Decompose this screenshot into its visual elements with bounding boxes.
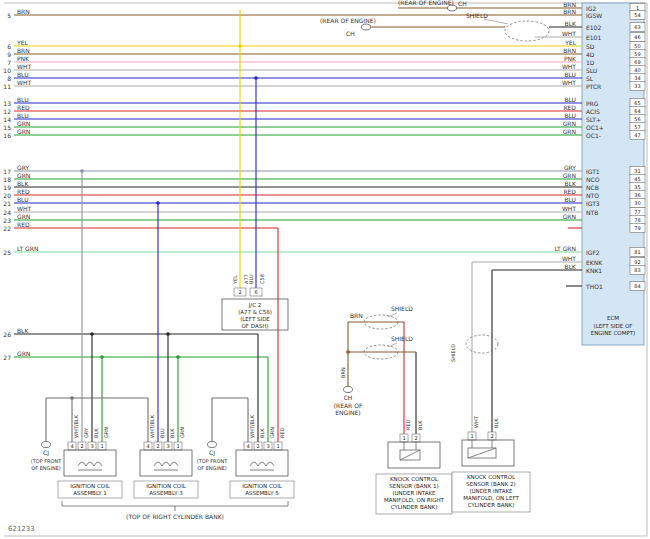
bank-label: (TOP OF RIGHT CYLINDER BANK) xyxy=(126,513,224,520)
ecm-signal-label: NCO xyxy=(586,176,600,183)
wire-color-label: BLK xyxy=(169,428,175,438)
sensor-box xyxy=(388,442,440,468)
shield-ellipse xyxy=(466,335,498,353)
sensor-pin-number: 1 xyxy=(402,435,405,441)
ecm-signal-label: IGF2 xyxy=(586,249,600,256)
ecm-pin-number: 56 xyxy=(634,116,640,122)
ecm-pin-number: 79 xyxy=(634,225,640,231)
wire-row: 27 GRN xyxy=(3,350,268,361)
junction-dot xyxy=(176,355,180,359)
shield-label: SHIELD xyxy=(450,344,456,362)
wire-row: 24 WHT WHT 77 NTB xyxy=(3,205,645,217)
wire-row: 20 RED RED 36 NTO xyxy=(3,188,645,200)
piezo-diagonal xyxy=(400,450,420,460)
coil-pin-number: 4 xyxy=(70,443,73,449)
ecm-signal-label: E101 xyxy=(586,34,601,41)
wire-color-label: BLU xyxy=(17,71,29,78)
ecm-pin-number: 69 xyxy=(634,59,640,65)
left-pin-number: 12 xyxy=(3,108,11,115)
wire-color-label: BRN xyxy=(563,1,576,8)
shield-pointer xyxy=(388,343,397,347)
ecm-pin-number: 54 xyxy=(634,12,640,18)
wire-color-label: GRN xyxy=(17,350,30,357)
jc2-label: OF DASH) xyxy=(242,323,269,329)
cj-connector-2: CJ (TOP FRONT OF ENGINE) xyxy=(197,398,248,471)
left-pin-number: 18 xyxy=(3,176,11,183)
wire-color-label: YEL xyxy=(564,39,576,46)
wire-color-label: GRN xyxy=(563,120,576,127)
ecm-pin-number: 46 xyxy=(634,34,640,40)
wire-row: 19 BLK BLK 35 NCB xyxy=(3,180,645,192)
wire-row: 9 BRN BRN 59 4D xyxy=(7,47,645,59)
wire-color-label: BLU xyxy=(17,112,29,119)
coil-symbol xyxy=(78,462,102,470)
wire-row: 25 LT GRN LT GRN 81 IGF2 xyxy=(3,245,645,257)
ecm-pin-number: 30 xyxy=(634,200,640,206)
wire-color-label: YEL xyxy=(16,39,28,46)
wire-color-label: BLU xyxy=(564,96,576,103)
coil-box xyxy=(236,450,288,476)
shield-label: SHIELD xyxy=(466,12,488,19)
coil-name: IGNITION COIL xyxy=(146,483,187,489)
connector-ch-icon xyxy=(344,387,353,393)
ecm-label: ECM xyxy=(607,315,619,321)
left-pin-number: 15 xyxy=(3,124,11,131)
ecm-pin-number: 77 xyxy=(634,209,640,215)
left-pin-number: 25 xyxy=(3,249,11,256)
ecm-pin-number: 50 xyxy=(634,43,640,49)
coil-pin-number: 1 xyxy=(176,443,179,449)
wire-color-label: WHT xyxy=(17,79,31,86)
wire-color-label: PNK xyxy=(17,55,30,62)
ecm-pin-number: 34 xyxy=(634,75,640,81)
sensor-name: KNOCK CONTROL xyxy=(467,474,516,480)
rear-of-engine-label: (REAR OF ENGINE) xyxy=(320,17,376,24)
wire-color-label: BLK xyxy=(259,428,265,438)
connector-ch-icon xyxy=(362,24,371,30)
left-pin-number: 26 xyxy=(3,331,11,338)
left-pin-number: 9 xyxy=(7,51,11,58)
junction-dot xyxy=(254,76,258,80)
shield-pointer xyxy=(388,313,397,317)
cj-location-label: (TOP FRONT xyxy=(31,458,63,464)
left-pin-number: 17 xyxy=(3,168,11,175)
wire-color-label: GRY xyxy=(17,164,29,171)
junction-dot xyxy=(80,169,84,173)
shield-pointer xyxy=(484,19,508,24)
wire-color-label: RED xyxy=(17,104,30,111)
left-pin-number: 10 xyxy=(3,67,11,74)
cj-connector-label: CJ xyxy=(43,449,49,457)
junction-dot xyxy=(100,355,104,359)
wire-row: 10 WHT WHT 40 SLU xyxy=(3,63,645,75)
cj-connector-label: CJ xyxy=(209,449,215,457)
ecm-signal-label: SLT+ xyxy=(586,116,601,123)
ecm-pin-number: 83 xyxy=(634,267,640,273)
sensor-name: CYLINDER BANK) xyxy=(468,502,515,508)
wire-color-label: BLK xyxy=(565,20,577,27)
coil-pin-number: 2 xyxy=(156,443,159,449)
cj-connector-1: CJ (TOP FRONT OF ENGINE) xyxy=(31,398,148,471)
wire-color-label: BLK xyxy=(565,263,577,270)
sensor-name: KNOCK CONTROL xyxy=(390,476,439,482)
wire-color-label: WHT xyxy=(562,205,576,212)
ecm-signal-label: NCB xyxy=(586,184,599,191)
wire-color-label: WHT xyxy=(562,63,576,70)
ecm-pin-number: 33 xyxy=(634,83,640,89)
wire-row: 8 BLU BLU 34 SL xyxy=(7,71,645,83)
ecm-pin-number: 45 xyxy=(634,176,640,182)
ecm-signal-label: 4D xyxy=(586,51,595,58)
wire-color-label: GRN xyxy=(269,427,275,438)
ecm-signal-label: SD xyxy=(586,43,595,50)
rear-of-engine-label: (REAR OF xyxy=(334,402,363,409)
top-shield-assembly: (REAR OF ENGINE) CH SHIELD xyxy=(320,12,549,41)
jc2-pin-number: 2 xyxy=(238,289,241,295)
wire-row: 16 GRN GRN 47 OC1- xyxy=(3,128,645,140)
ecm-pin-number: 31 xyxy=(634,168,640,174)
jc2-label: (LEFT SIDE xyxy=(240,316,270,322)
sensor-pin-number: 2 xyxy=(490,433,493,439)
wiring-diagram-page: ECM (LEFT SIDE OF ENGINE COMPT) BRN 1 IG… xyxy=(0,0,650,539)
wire-color-label: BRN xyxy=(563,47,576,54)
left-pin-number: 14 xyxy=(3,116,11,123)
coil-name: IGNITION COIL xyxy=(70,483,111,489)
wire-color-label: BLK xyxy=(565,180,577,187)
wire-color-label: GRN xyxy=(17,172,30,179)
